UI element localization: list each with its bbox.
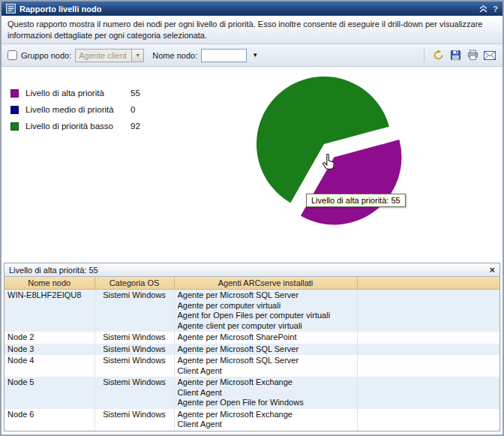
empty-cell <box>357 290 500 332</box>
pie-chart <box>2 67 502 259</box>
node-name-cell: Node 5 <box>4 377 94 409</box>
agents-cell: Agente per Microsoft SQL Server <box>174 344 357 356</box>
close-icon[interactable]: × <box>489 265 495 275</box>
node-name-cell: Node 4 <box>4 355 94 377</box>
agents-cell: Agente per Microsoft SQL ServerAgente pe… <box>174 290 357 332</box>
os-category-cell: Sistemi Windows <box>94 332 174 344</box>
agent-line: Agente per Microsoft SQL Server <box>178 356 354 366</box>
drilldown-title: Livello di alta priorità: 55 <box>9 266 98 275</box>
group-node-label: Gruppo nodo: <box>21 51 71 60</box>
os-category-cell: Sistemi Windows <box>94 344 174 356</box>
os-category-cell: Sistemi Windows <box>94 355 174 377</box>
node-name-cell: Node 3 <box>4 344 94 356</box>
empty-cell <box>357 409 500 431</box>
group-node-checkbox[interactable] <box>8 50 17 60</box>
agent-line: Agente per Microsoft SharePoint <box>178 332 354 343</box>
agents-cell: Agente per Microsoft SharePoint <box>174 332 357 344</box>
agent-line: Agente per Open File for Windows <box>178 398 354 408</box>
column-header[interactable] <box>357 277 500 290</box>
table-row: Node 3Sistemi WindowsAgente per Microsof… <box>4 344 500 356</box>
table-row: Node 5Sistemi WindowsAgente per Microsof… <box>4 377 500 409</box>
agent-line: Agente per computer virtuali <box>178 301 354 311</box>
agent-line: Agente per Microsoft Exchange <box>178 410 354 420</box>
agent-line: Client Agent <box>178 366 354 377</box>
report-icon <box>6 4 16 14</box>
report-description: Questo rapporto mostra il numero dei nod… <box>2 16 502 44</box>
agent-line: Client Agent <box>178 419 354 430</box>
agent-line: Agente client per computer virtuali <box>178 321 354 332</box>
report-window: Rapporto livelli nodo ? Questo rapporto … <box>0 0 504 436</box>
drilldown-table-container: Nome nodoCategoria OSAgenti ARCserve ins… <box>4 277 500 431</box>
save-icon[interactable] <box>448 49 462 62</box>
table-row: Node 4Sistemi WindowsAgente per Microsof… <box>4 355 500 377</box>
agent-line: Agent for Open Files per computer virtua… <box>178 311 354 321</box>
agents-cell: Agente per Microsoft ExchangeClient Agen… <box>174 409 357 431</box>
chevron-down-icon: ▼ <box>131 50 143 62</box>
chart-tooltip: Livello di alta priorità: 55 <box>306 194 406 207</box>
window-title: Rapporto livelli nodo <box>20 5 101 14</box>
column-header[interactable]: Categoria OS <box>94 277 174 290</box>
table-row: Node 2Sistemi WindowsAgente per Microsof… <box>4 332 500 344</box>
table-row: WIN-E8LHF2EIQU8Sistemi WindowsAgente per… <box>4 290 500 332</box>
toolbar: Gruppo nodo: Agente client ▼ Nome nodo: … <box>2 44 502 67</box>
node-name-cell: Node 6 <box>4 409 94 431</box>
refresh-icon[interactable] <box>431 49 445 62</box>
empty-cell <box>357 344 500 356</box>
empty-cell <box>357 377 500 409</box>
os-category-cell: Sistemi Windows <box>94 409 174 431</box>
titlebar: Rapporto livelli nodo ? <box>2 2 502 16</box>
node-name-label: Nome nodo: <box>152 51 197 60</box>
drilldown-table: Nome nodoCategoria OSAgenti ARCserve ins… <box>4 277 500 431</box>
agent-line: Agente per Microsoft Exchange <box>178 377 354 388</box>
toolbar-separator <box>424 49 424 62</box>
chart-area: Livello di alta priorità55Livello medio … <box>2 67 502 259</box>
agent-line: Agente per Microsoft SQL Server <box>178 344 354 355</box>
os-category-cell: Sistemi Windows <box>94 290 174 332</box>
drilldown-header: Livello di alta priorità: 55 × <box>4 263 500 277</box>
empty-cell <box>357 355 500 377</box>
group-node-select[interactable]: Agente client ▼ <box>75 49 144 62</box>
os-category-cell: Sistemi Windows <box>94 377 174 409</box>
agents-cell: Agente per Microsoft SQL ServerClient Ag… <box>174 355 357 377</box>
empty-cell <box>357 332 500 344</box>
hand-cursor-icon <box>321 154 336 170</box>
agents-cell: Agente per Microsoft ExchangeClient Agen… <box>174 377 357 409</box>
node-name-cell: Node 2 <box>4 332 94 344</box>
node-name-input[interactable] <box>201 49 247 62</box>
agent-line: Agente per Microsoft SQL Server <box>178 290 354 301</box>
help-icon[interactable]: ? <box>493 5 498 13</box>
node-name-cell: WIN-E8LHF2EIQU8 <box>4 290 94 332</box>
agent-line: Client Agent <box>178 388 354 398</box>
collapse-icon[interactable] <box>479 5 488 13</box>
group-node-select-value: Agente client <box>76 51 131 60</box>
table-row: Node 6Sistemi WindowsAgente per Microsof… <box>4 409 500 431</box>
drilldown-panel: Livello di alta priorità: 55 × Nome nodo… <box>4 263 500 431</box>
column-header[interactable]: Agenti ARCserve installati <box>174 277 357 290</box>
column-header[interactable]: Nome nodo <box>4 277 94 290</box>
email-icon[interactable] <box>483 49 496 62</box>
print-icon[interactable] <box>466 49 479 62</box>
node-name-dropdown-icon[interactable]: ▼ <box>250 52 260 59</box>
